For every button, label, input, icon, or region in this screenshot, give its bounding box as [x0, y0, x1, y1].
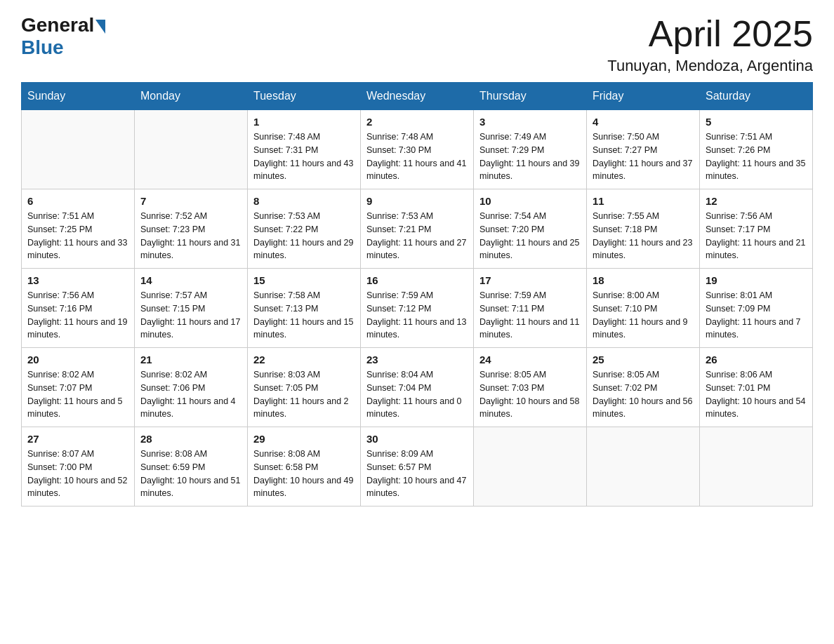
- day-number: 5: [706, 116, 807, 128]
- day-number: 4: [593, 116, 694, 128]
- calendar-day-cell: 4Sunrise: 7:50 AMSunset: 7:27 PMDaylight…: [587, 110, 700, 189]
- day-number: 28: [140, 433, 241, 445]
- calendar-day-cell: 23Sunrise: 8:04 AMSunset: 7:04 PMDayligh…: [361, 348, 474, 427]
- day-info: Sunrise: 8:02 AMSunset: 7:06 PMDaylight:…: [140, 368, 241, 421]
- day-number: 29: [253, 433, 355, 445]
- calendar-day-cell: 22Sunrise: 8:03 AMSunset: 7:05 PMDayligh…: [248, 348, 361, 427]
- day-info: Sunrise: 7:59 AMSunset: 7:11 PMDaylight:…: [479, 289, 581, 342]
- calendar-day-cell: 21Sunrise: 8:02 AMSunset: 7:06 PMDayligh…: [135, 348, 248, 427]
- calendar-day-cell: 8Sunrise: 7:53 AMSunset: 7:22 PMDaylight…: [248, 189, 361, 269]
- day-of-week-header: Wednesday: [361, 83, 474, 110]
- calendar-day-cell: 9Sunrise: 7:53 AMSunset: 7:21 PMDaylight…: [361, 189, 474, 269]
- day-number: 27: [27, 433, 128, 445]
- day-info: Sunrise: 7:51 AMSunset: 7:26 PMDaylight:…: [706, 130, 807, 183]
- title-section: April 2025 Tunuyan, Mendoza, Argentina: [607, 14, 813, 75]
- day-info: Sunrise: 7:57 AMSunset: 7:15 PMDaylight:…: [140, 289, 241, 342]
- calendar-day-cell: 10Sunrise: 7:54 AMSunset: 7:20 PMDayligh…: [474, 189, 587, 269]
- day-of-week-header: Monday: [135, 83, 248, 110]
- logo-blue-text: Blue: [21, 36, 64, 59]
- day-info: Sunrise: 7:54 AMSunset: 7:20 PMDaylight:…: [479, 210, 581, 262]
- calendar-day-cell: 20Sunrise: 8:02 AMSunset: 7:07 PMDayligh…: [22, 348, 135, 427]
- day-info: Sunrise: 8:05 AMSunset: 7:02 PMDaylight:…: [593, 368, 694, 421]
- day-info: Sunrise: 7:53 AMSunset: 7:21 PMDaylight:…: [366, 210, 468, 262]
- day-number: 9: [366, 195, 468, 207]
- day-info: Sunrise: 7:48 AMSunset: 7:30 PMDaylight:…: [366, 130, 468, 183]
- day-number: 8: [253, 195, 355, 207]
- location-text: Tunuyan, Mendoza, Argentina: [607, 57, 813, 75]
- day-info: Sunrise: 7:51 AMSunset: 7:25 PMDaylight:…: [27, 210, 128, 262]
- calendar-day-cell: 5Sunrise: 7:51 AMSunset: 7:26 PMDaylight…: [700, 110, 813, 189]
- day-number: 14: [140, 274, 241, 286]
- day-number: 7: [140, 195, 241, 207]
- day-info: Sunrise: 7:48 AMSunset: 7:31 PMDaylight:…: [253, 130, 355, 183]
- day-info: Sunrise: 7:59 AMSunset: 7:12 PMDaylight:…: [366, 289, 468, 342]
- day-info: Sunrise: 8:08 AMSunset: 6:58 PMDaylight:…: [253, 448, 355, 500]
- day-number: 17: [479, 274, 581, 286]
- calendar-day-cell: 15Sunrise: 7:58 AMSunset: 7:13 PMDayligh…: [248, 269, 361, 348]
- day-info: Sunrise: 7:52 AMSunset: 7:23 PMDaylight:…: [140, 210, 241, 262]
- day-info: Sunrise: 7:53 AMSunset: 7:22 PMDaylight:…: [253, 210, 355, 262]
- day-info: Sunrise: 8:09 AMSunset: 6:57 PMDaylight:…: [366, 448, 468, 500]
- calendar-day-cell: 11Sunrise: 7:55 AMSunset: 7:18 PMDayligh…: [587, 189, 700, 269]
- calendar-day-cell: 18Sunrise: 8:00 AMSunset: 7:10 PMDayligh…: [587, 269, 700, 348]
- day-number: 26: [706, 354, 807, 365]
- calendar-day-cell: 26Sunrise: 8:06 AMSunset: 7:01 PMDayligh…: [700, 348, 813, 427]
- calendar-day-cell: 28Sunrise: 8:08 AMSunset: 6:59 PMDayligh…: [135, 427, 248, 507]
- month-title: April 2025: [607, 14, 813, 54]
- day-number: 30: [366, 433, 468, 445]
- logo-general-text: General: [21, 14, 94, 36]
- day-info: Sunrise: 8:00 AMSunset: 7:10 PMDaylight:…: [593, 289, 694, 342]
- day-info: Sunrise: 7:50 AMSunset: 7:27 PMDaylight:…: [593, 130, 694, 183]
- logo: General Blue: [21, 14, 105, 59]
- calendar-header-row: SundayMondayTuesdayWednesdayThursdayFrid…: [22, 83, 813, 110]
- day-info: Sunrise: 8:01 AMSunset: 7:09 PMDaylight:…: [706, 289, 807, 342]
- day-info: Sunrise: 7:55 AMSunset: 7:18 PMDaylight:…: [593, 210, 694, 262]
- calendar-week-row: 1Sunrise: 7:48 AMSunset: 7:31 PMDaylight…: [22, 110, 813, 189]
- day-number: 11: [593, 195, 694, 207]
- day-number: 18: [593, 274, 694, 286]
- day-info: Sunrise: 8:07 AMSunset: 7:00 PMDaylight:…: [27, 448, 128, 500]
- day-number: 15: [253, 274, 355, 286]
- day-info: Sunrise: 7:58 AMSunset: 7:13 PMDaylight:…: [253, 289, 355, 342]
- calendar-day-cell: 7Sunrise: 7:52 AMSunset: 7:23 PMDaylight…: [135, 189, 248, 269]
- day-info: Sunrise: 8:08 AMSunset: 6:59 PMDaylight:…: [140, 448, 241, 500]
- day-number: 23: [366, 354, 468, 365]
- calendar-week-row: 6Sunrise: 7:51 AMSunset: 7:25 PMDaylight…: [22, 189, 813, 269]
- calendar-day-cell: 3Sunrise: 7:49 AMSunset: 7:29 PMDaylight…: [474, 110, 587, 189]
- day-info: Sunrise: 8:04 AMSunset: 7:04 PMDaylight:…: [366, 368, 468, 421]
- calendar-day-cell: 2Sunrise: 7:48 AMSunset: 7:30 PMDaylight…: [361, 110, 474, 189]
- day-number: 1: [253, 116, 355, 128]
- day-number: 22: [253, 354, 355, 365]
- day-number: 21: [140, 354, 241, 365]
- day-info: Sunrise: 8:02 AMSunset: 7:07 PMDaylight:…: [27, 368, 128, 421]
- calendar-day-cell: [587, 427, 700, 507]
- day-info: Sunrise: 8:06 AMSunset: 7:01 PMDaylight:…: [706, 368, 807, 421]
- day-info: Sunrise: 8:05 AMSunset: 7:03 PMDaylight:…: [479, 368, 581, 421]
- day-of-week-header: Friday: [587, 83, 700, 110]
- calendar-day-cell: 1Sunrise: 7:48 AMSunset: 7:31 PMDaylight…: [248, 110, 361, 189]
- calendar-day-cell: [700, 427, 813, 507]
- calendar-day-cell: 16Sunrise: 7:59 AMSunset: 7:12 PMDayligh…: [361, 269, 474, 348]
- day-number: 24: [479, 354, 581, 365]
- calendar-week-row: 20Sunrise: 8:02 AMSunset: 7:07 PMDayligh…: [22, 348, 813, 427]
- day-info: Sunrise: 7:56 AMSunset: 7:17 PMDaylight:…: [706, 210, 807, 262]
- calendar-day-cell: 25Sunrise: 8:05 AMSunset: 7:02 PMDayligh…: [587, 348, 700, 427]
- day-number: 6: [27, 195, 128, 207]
- day-number: 19: [706, 274, 807, 286]
- day-number: 12: [706, 195, 807, 207]
- calendar-table: SundayMondayTuesdayWednesdayThursdayFrid…: [21, 82, 813, 507]
- day-info: Sunrise: 7:49 AMSunset: 7:29 PMDaylight:…: [479, 130, 581, 183]
- day-info: Sunrise: 8:03 AMSunset: 7:05 PMDaylight:…: [253, 368, 355, 421]
- calendar-day-cell: 27Sunrise: 8:07 AMSunset: 7:00 PMDayligh…: [22, 427, 135, 507]
- day-number: 13: [27, 274, 128, 286]
- page-header: General Blue April 2025 Tunuyan, Mendoza…: [21, 14, 813, 75]
- day-info: Sunrise: 7:56 AMSunset: 7:16 PMDaylight:…: [27, 289, 128, 342]
- calendar-day-cell: 13Sunrise: 7:56 AMSunset: 7:16 PMDayligh…: [22, 269, 135, 348]
- calendar-day-cell: 17Sunrise: 7:59 AMSunset: 7:11 PMDayligh…: [474, 269, 587, 348]
- logo-text: General: [21, 14, 105, 36]
- calendar-week-row: 13Sunrise: 7:56 AMSunset: 7:16 PMDayligh…: [22, 269, 813, 348]
- calendar-day-cell: 19Sunrise: 8:01 AMSunset: 7:09 PMDayligh…: [700, 269, 813, 348]
- day-of-week-header: Sunday: [22, 83, 135, 110]
- calendar-day-cell: [474, 427, 587, 507]
- calendar-day-cell: [22, 110, 135, 189]
